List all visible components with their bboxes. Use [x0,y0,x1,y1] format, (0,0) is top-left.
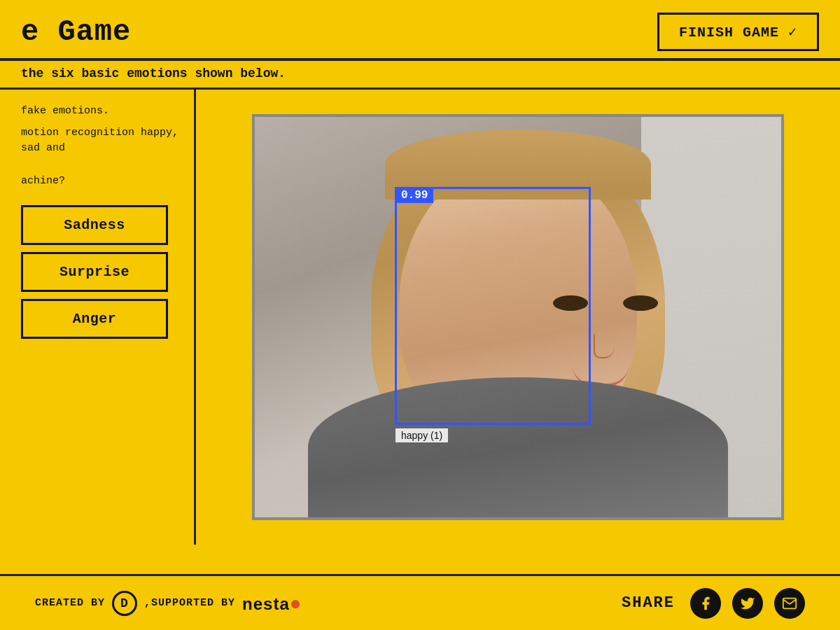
corner-bottom-left [252,499,273,520]
surprise-button[interactable]: Surprise [21,252,168,292]
nesta-dot: ● [290,592,302,614]
detection-box: 0.99 happy (1) [395,187,591,425]
subtitle-text: the six basic emotions shown below. [21,66,286,80]
share-label: SHARE [622,594,675,612]
confidence-badge: 0.99 [396,188,433,203]
twitter-button[interactable] [732,588,763,619]
nesta-logo: nesta● [242,592,302,615]
video-panel: 0.99 happy (1) [196,90,840,545]
finish-game-button[interactable]: FINISH GAME ✓ [657,13,819,51]
main-content: fake emotions. motion recognition happy,… [0,90,840,545]
left-panel: fake emotions. motion recognition happy,… [0,90,196,545]
desc-line2: motion recognition happy, sad and [21,125,180,157]
corner-top-right [763,114,784,135]
footer-branding: CREATED BY D ,SUPPORTED BY nesta● [35,591,302,616]
nose [594,334,615,358]
creator-logo: D [112,591,137,616]
emotion-label: happy (1) [396,428,448,442]
created-by-label: CREATED BY [35,597,105,609]
footer-share: SHARE [622,588,805,619]
header: e Game FINISH GAME ✓ [0,0,840,61]
description-block: fake emotions. motion recognition happy,… [21,104,180,162]
footer: CREATED BY D ,SUPPORTED BY nesta● SHARE [0,574,840,630]
webcam-feed: 0.99 happy (1) [255,117,781,517]
desc-line1: fake emotions. [21,104,180,120]
video-container: 0.99 happy (1) [252,114,784,520]
anger-button[interactable]: Anger [21,299,168,339]
eye-right [623,295,658,311]
email-button[interactable] [774,588,805,619]
supported-by-label: ,SUPPORTED BY [144,597,235,609]
sadness-button[interactable]: Sadness [21,205,168,245]
facebook-button[interactable] [690,588,721,619]
subtitle-bar: the six basic emotions shown below. [0,61,840,90]
page-title: e Game [21,15,131,49]
question-text: achine? [21,175,180,187]
